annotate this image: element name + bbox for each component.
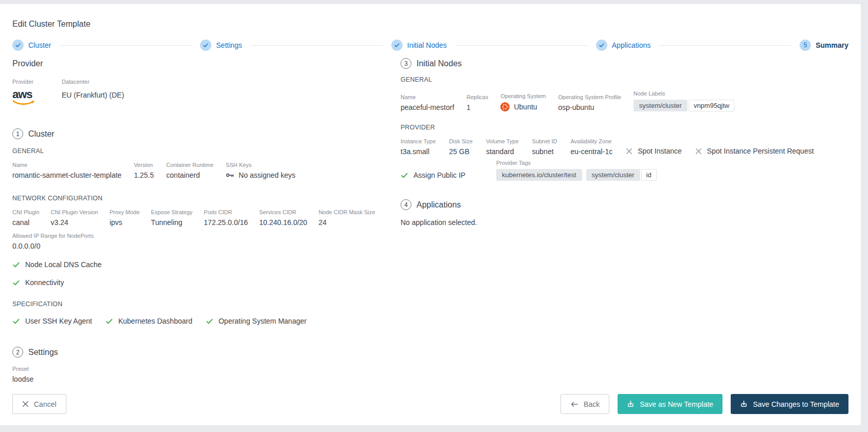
cross-icon: [695, 148, 702, 155]
expose-strategy-field: Expose Strategy Tunneling: [151, 209, 193, 227]
step-done-check-icon: [596, 40, 607, 51]
step-done-check-icon: [12, 40, 24, 51]
konnectivity-enabled: Konnectivity: [12, 278, 401, 287]
close-icon: [22, 401, 29, 407]
proxy-mode-field: Proxy Mode ipvs: [110, 209, 140, 227]
operating-system-profile-field: Operating System Profile osp-ubuntu: [558, 94, 621, 111]
user-ssh-key-agent-enabled: User SSH Key Agent: [12, 317, 92, 325]
preset-field: Preset loodse: [12, 366, 401, 383]
provider-subheading: PROVIDER: [401, 124, 848, 131]
save-icon: [627, 400, 635, 408]
availability-zone-field: Availability Zone eu-central-1c: [570, 138, 612, 156]
back-button[interactable]: Back: [560, 394, 609, 414]
save-icon: [740, 400, 748, 408]
cross-icon: [626, 148, 632, 155]
allowed-ip-range-field: Allowed IP Range for NodePorts 0.0.0.0/0: [12, 233, 401, 250]
page-title: Edit Cluster Template: [12, 20, 848, 29]
edit-cluster-template-dialog: Edit Cluster Template Cluster Settings I…: [0, 4, 861, 425]
provider-tag-chip: system/cluster id: [586, 169, 657, 181]
assign-public-ip-enabled: Assign Public IP: [401, 171, 483, 181]
disk-size-field: Disk Size 25 GB: [449, 138, 473, 156]
node-labels-field: Node Labels system/cluster vnpm95qjtw: [634, 90, 734, 111]
datacenter-field: Datacenter EU (Frankfurt) (DE): [62, 79, 124, 99]
check-icon: [12, 261, 20, 269]
specification-subheading: SPECIFICATION: [12, 300, 401, 308]
step-number-badge: 5: [800, 40, 811, 51]
pods-cidr-field: Pods CIDR 172.25.0.0/16: [204, 209, 248, 227]
cluster-name-field: Name romantic-sammet-cluster-template: [12, 162, 121, 179]
step-label: Summary: [816, 41, 848, 49]
cluster-version-field: Version 1.25.5: [134, 162, 154, 179]
step-initial-nodes[interactable]: Initial Nodes: [391, 40, 447, 51]
check-icon: [105, 317, 113, 325]
cni-plugin-version-field: CNI Plugin Version v3.24: [51, 209, 98, 227]
step-number-icon: 1: [12, 128, 23, 139]
ssh-keys-field: SSH Keys No assigned keys: [226, 162, 296, 179]
network-configuration-subheading: NETWORK CONFIGURATION: [12, 195, 401, 202]
step-summary[interactable]: 5 Summary: [800, 40, 848, 51]
wizard-stepper: Cluster Settings Initial Nodes Applicati…: [12, 40, 848, 51]
save-changes-to-template-button[interactable]: Save Changes to Template: [731, 394, 848, 414]
subnet-id-field: Subnet ID subnet: [532, 138, 557, 156]
step-connector: [659, 45, 791, 46]
applications-section-heading: 4 Applications: [401, 199, 848, 210]
initial-nodes-section-heading: 3 Initial Nodes: [401, 58, 848, 69]
general-subheading: GENERAL: [401, 76, 848, 83]
cni-plugin-field: CNI Plugin canal: [12, 209, 40, 227]
node-local-dns-cache-enabled: Node Local DNS Cache: [12, 260, 401, 269]
provider-field: Provider aws: [12, 79, 41, 106]
provider-tag-chip: kubernetes.io/cluster/test: [496, 169, 582, 181]
container-runtime-field: Container Runtime containerd: [166, 162, 213, 179]
step-number-icon: 4: [401, 199, 411, 210]
step-done-check-icon: [391, 40, 403, 51]
provider-section-heading: Provider: [12, 58, 401, 69]
settings-section-heading: 2 Settings: [12, 347, 401, 358]
general-subheading: GENERAL: [12, 147, 401, 155]
node-cidr-mask-size-field: Node CIDR Mask Size 24: [318, 209, 375, 227]
check-icon: [12, 279, 20, 287]
ubuntu-icon: [500, 102, 510, 111]
cancel-button[interactable]: Cancel: [12, 394, 66, 414]
save-as-new-template-button[interactable]: Save as New Template: [618, 394, 722, 414]
step-connector: [59, 45, 192, 46]
step-label: Settings: [216, 41, 242, 49]
check-icon: [206, 317, 213, 325]
spot-instance-persistent-request-disabled: Spot Instance Persistent Request: [695, 147, 814, 156]
arrow-left-icon: [570, 401, 578, 408]
cluster-section-heading: 1 Cluster: [12, 128, 401, 139]
replicas-field: Replicas 1: [466, 94, 488, 111]
volume-type-field: Volume Type standard: [486, 138, 518, 156]
node-name-field: Name peaceful-mestorf: [401, 94, 454, 111]
check-icon: [12, 317, 20, 325]
step-connector: [455, 45, 588, 46]
instance-type-field: Instance Type t3a.small: [401, 138, 436, 156]
node-label-chip: system/cluster vnpm95qjtw: [634, 100, 734, 111]
key-icon: [226, 171, 234, 179]
step-connector: [250, 45, 383, 46]
operating-system-manager-enabled: Operating System Manager: [206, 317, 306, 325]
no-application-text: No application selected.: [401, 218, 848, 227]
operating-system-field: Operating System Ubuntu: [500, 93, 546, 111]
spot-instance-disabled: Spot Instance: [626, 147, 682, 156]
kubernetes-dashboard-enabled: Kubernetes Dashboard: [105, 317, 192, 325]
step-settings[interactable]: Settings: [200, 40, 242, 51]
step-number-icon: 3: [401, 58, 411, 69]
step-label: Cluster: [28, 41, 51, 49]
step-label: Initial Nodes: [407, 41, 447, 49]
check-icon: [401, 172, 408, 179]
aws-logo: aws: [12, 88, 36, 106]
step-label: Applications: [612, 41, 651, 49]
step-cluster[interactable]: Cluster: [12, 40, 51, 51]
services-cidr-field: Services CIDR 10.240.16.0/20: [259, 209, 307, 227]
step-done-check-icon: [200, 40, 211, 51]
step-applications[interactable]: Applications: [596, 40, 651, 51]
provider-tags-field: Provider Tags kubernetes.io/cluster/test…: [496, 160, 657, 181]
dialog-footer: Cancel Back Save as New Template Save Ch…: [12, 385, 848, 425]
step-number-icon: 2: [12, 347, 23, 358]
